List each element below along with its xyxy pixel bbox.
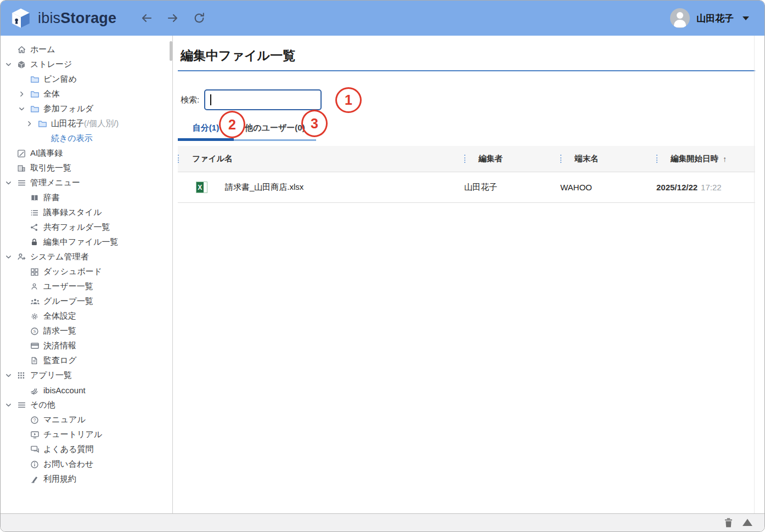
- sidebar-item-label: ダッシュボード: [43, 267, 102, 277]
- sidebar-item-label: 全体設定: [43, 311, 76, 321]
- column-resize-handle[interactable]: [656, 155, 659, 163]
- sidebar-item[interactable]: ユーザー一覧: [1, 279, 172, 294]
- sidebar-item-icon: [30, 89, 43, 99]
- avatar: [670, 8, 690, 28]
- page-title: 編集中ファイル一覧: [181, 47, 755, 64]
- chevron-icon[interactable]: [5, 372, 17, 379]
- sidebar-item-icon: [17, 45, 30, 54]
- sidebar-item[interactable]: 決済情報: [1, 338, 172, 353]
- sidebar-item[interactable]: 山田花子 (/個人別/): [1, 116, 172, 131]
- back-arrow-icon[interactable]: [139, 11, 154, 25]
- sidebar-item[interactable]: 監査ログ: [1, 353, 172, 368]
- sidebar-item[interactable]: ダッシュボード: [1, 264, 172, 279]
- sidebar-item-icon: [30, 208, 43, 217]
- sidebar-item-icon: [30, 297, 43, 307]
- chevron-icon[interactable]: [5, 253, 17, 261]
- editor-cell: 山田花子: [464, 182, 497, 193]
- user-menu[interactable]: 山田花子: [670, 8, 749, 28]
- sidebar-item-icon: [17, 178, 30, 188]
- sidebar-item-icon: [30, 356, 43, 365]
- sidebar-item-icon: [17, 164, 30, 173]
- device-cell: WAHOO: [560, 183, 592, 192]
- edit-start-time: 17:22: [701, 183, 722, 192]
- sidebar-item[interactable]: ibisAccount: [1, 383, 172, 398]
- sidebar-item[interactable]: その他: [1, 398, 172, 412]
- sidebar-item[interactable]: ストレージ: [1, 57, 172, 72]
- chevron-icon[interactable]: [5, 401, 17, 409]
- sidebar-item[interactable]: ? マニュアル: [1, 412, 172, 427]
- sidebar-item[interactable]: 利用規約: [1, 472, 172, 486]
- sidebar-item[interactable]: 共有フォルダ一覧: [1, 220, 172, 235]
- sidebar-item[interactable]: チュートリアル: [1, 427, 172, 442]
- sidebar-item[interactable]: 続きの表示: [1, 131, 172, 146]
- sidebar-scrollbar-thumb[interactable]: [170, 41, 172, 61]
- sidebar-item-icon: [17, 371, 30, 380]
- table-row[interactable]: X 請求書_山田商店.xlsx 山田花子 WAHOO 2025/12/22 17…: [178, 172, 755, 203]
- search-input[interactable]: [204, 89, 322, 110]
- sidebar-item-icon: ?: [30, 416, 43, 425]
- sidebar-item[interactable]: よくある質問: [1, 442, 172, 457]
- chevron-icon[interactable]: [18, 90, 30, 98]
- main-content: 編集中ファイル一覧 検索: 自分(1) 他のユーザー(0): [173, 36, 764, 514]
- sidebar-item[interactable]: 辞書: [1, 190, 172, 205]
- file-name-cell: 請求書_山田商店.xlsx: [225, 182, 303, 193]
- scroll-to-top-icon[interactable]: [743, 519, 752, 526]
- sidebar-item-label: 監査ログ: [43, 355, 77, 366]
- sidebar-item-label: 編集中ファイル一覧: [43, 237, 118, 247]
- reload-icon[interactable]: [192, 11, 206, 25]
- user-menu-caret-icon[interactable]: [743, 16, 749, 20]
- column-header-editor[interactable]: 編集者: [479, 154, 503, 164]
- sidebar-item-icon: [30, 268, 43, 276]
- column-resize-handle[interactable]: [178, 155, 180, 163]
- sidebar-item-label: お問い合わせ: [43, 459, 93, 469]
- sidebar-item-label: 山田花子: [51, 118, 84, 129]
- sidebar: ホーム ストレージ ピン留め: [1, 36, 173, 514]
- sidebar-item[interactable]: 参加フォルダ: [1, 101, 172, 116]
- sidebar-item-icon: [17, 149, 30, 158]
- column-resize-handle[interactable]: [464, 155, 466, 163]
- sidebar-item-icon: [30, 238, 43, 246]
- ibis-storage-logo-icon: [9, 7, 32, 30]
- sidebar-item[interactable]: 管理メニュー: [1, 176, 172, 190]
- svg-text:?: ?: [33, 417, 36, 423]
- sidebar-item[interactable]: 編集中ファイル一覧: [1, 235, 172, 250]
- sidebar-item[interactable]: システム管理者: [1, 250, 172, 264]
- sidebar-item-icon: [30, 460, 43, 469]
- sidebar-item-icon: [30, 75, 43, 84]
- sidebar-item[interactable]: 議事録スタイル: [1, 205, 172, 220]
- annotation-circle-3: 3: [301, 110, 328, 137]
- sidebar-item[interactable]: お問い合わせ: [1, 457, 172, 472]
- sidebar-item[interactable]: 全体設定: [1, 309, 172, 324]
- chevron-icon[interactable]: [5, 61, 17, 68]
- forward-arrow-icon[interactable]: [166, 11, 180, 25]
- edit-start-date: 2025/12/22: [656, 183, 698, 192]
- brand[interactable]: ibisStorage: [9, 7, 116, 30]
- sidebar-item-icon: [30, 341, 43, 350]
- sidebar-item[interactable]: AI議事録: [1, 146, 172, 161]
- user-name: 山田花子: [696, 12, 734, 25]
- svg-text:S: S: [33, 329, 36, 334]
- sidebar-item[interactable]: アプリ一覧: [1, 368, 172, 383]
- bottom-bar: [1, 513, 764, 531]
- title-underline: [178, 70, 755, 71]
- sidebar-item-icon: [17, 60, 30, 69]
- sidebar-item-icon: S: [30, 327, 43, 336]
- column-header-filename[interactable]: ファイル名: [192, 154, 233, 164]
- sidebar-item[interactable]: S 請求一覧: [1, 324, 172, 338]
- chevron-icon[interactable]: [26, 120, 38, 127]
- column-header-device[interactable]: 端末名: [575, 154, 599, 164]
- sidebar-item[interactable]: ピン留め: [1, 72, 172, 87]
- app-window: ibisStorage 山田花子 ホーム: [0, 0, 765, 532]
- sidebar-item[interactable]: 全体: [1, 87, 172, 101]
- chevron-icon[interactable]: [5, 179, 17, 186]
- sidebar-item-icon: [30, 282, 43, 291]
- sidebar-item[interactable]: ホーム: [1, 42, 172, 57]
- sidebar-item[interactable]: 取引先一覧: [1, 161, 172, 176]
- trash-icon[interactable]: [723, 517, 734, 530]
- chevron-icon[interactable]: [18, 105, 30, 112]
- sidebar-item[interactable]: グループ一覧: [1, 294, 172, 309]
- column-resize-handle[interactable]: [560, 155, 562, 163]
- column-header-start-datetime[interactable]: 編集開始日時: [671, 154, 718, 164]
- sort-ascending-icon[interactable]: ↑: [723, 155, 727, 163]
- sidebar-item-label: ibisAccount: [43, 386, 86, 395]
